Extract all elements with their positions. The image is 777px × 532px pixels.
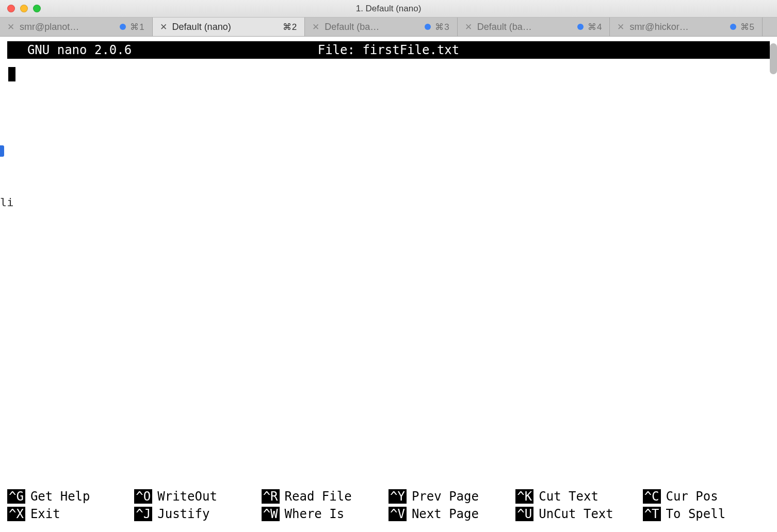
tab-label: smr@planot… (20, 22, 79, 32)
nano-shortcut-bar: ^GGet Help^OWriteOut^RRead File^YPrev Pa… (7, 488, 770, 523)
nano-shortcut-label: To Spell (666, 507, 726, 521)
tab-label: Default (nano) (172, 22, 231, 32)
nano-shortcut-key: ^C (643, 489, 661, 504)
tab-close-icon[interactable]: ✕ (312, 23, 319, 31)
app-window: 1. Default (nano) ✕smr@planot…⌘1✕Default… (0, 0, 777, 532)
tab-shortcut: ⌘4 (588, 22, 602, 32)
activity-indicator-icon (577, 24, 584, 30)
nano-shortcut: ^XExit (7, 505, 134, 523)
tab-2[interactable]: ✕Default (nano)⌘2 (153, 18, 305, 36)
window-minimize-button[interactable] (20, 5, 28, 12)
nano-shortcut: ^UUnCut Text (515, 505, 642, 523)
nano-shortcut-label: Cur Pos (666, 489, 718, 504)
nano-shortcut: ^TTo Spell (643, 505, 770, 523)
tab-shortcut: ⌘3 (435, 22, 449, 32)
background-selection-fragment (0, 145, 4, 157)
tab-4[interactable]: ✕Default (ba…⌘4 (458, 18, 610, 36)
nano-app-version: GNU nano 2.0.6 (12, 42, 132, 58)
tab-shortcut: ⌘5 (740, 22, 755, 32)
activity-indicator-icon (120, 24, 126, 30)
tab-1[interactable]: ✕smr@planot…⌘1 (0, 18, 153, 36)
nano-shortcut-label: Next Page (412, 507, 479, 521)
nano-header-bar: GNU nano 2.0.6 File: firstFile.txt (7, 41, 770, 59)
nano-shortcut-key: ^U (515, 507, 533, 521)
tab-5[interactable]: ✕smr@hickor…⌘5 (610, 18, 763, 36)
nano-shortcut: ^RRead File (262, 488, 388, 505)
nano-shortcut-key: ^O (134, 489, 152, 504)
nano-shortcut-key: ^V (388, 507, 407, 521)
nano-shortcut: ^JJustify (134, 505, 261, 523)
tab-label: Default (ba… (477, 22, 532, 32)
window-close-button[interactable] (7, 5, 15, 12)
window-maximize-button[interactable] (33, 5, 41, 12)
text-cursor (8, 67, 15, 81)
nano-shortcut-key: ^Y (388, 489, 407, 504)
nano-shortcut-label: Get Help (30, 489, 90, 504)
nano-shortcut: ^OWriteOut (134, 488, 261, 505)
nano-shortcut: ^YPrev Page (388, 488, 515, 505)
nano-shortcut-label: Cut Text (539, 489, 598, 504)
nano-shortcut-label: Where Is (285, 507, 345, 521)
tab-close-icon[interactable]: ✕ (7, 23, 14, 31)
tab-3[interactable]: ✕Default (ba…⌘3 (305, 18, 458, 36)
nano-shortcut-key: ^X (7, 507, 25, 521)
nano-shortcut: ^CCur Pos (643, 488, 770, 505)
tab-shortcut: ⌘2 (283, 22, 297, 32)
background-text-fragment-left: li (0, 196, 14, 209)
nano-shortcut-key: ^R (262, 489, 280, 504)
tab-shortcut: ⌘1 (130, 22, 144, 32)
nano-shortcut-label: Read File (285, 489, 352, 504)
nano-shortcut: ^VNext Page (388, 505, 515, 523)
nano-shortcut-label: Justify (157, 507, 209, 521)
scrollbar-thumb[interactable] (770, 43, 777, 74)
tab-label: smr@hickor… (629, 22, 688, 32)
tab-label: Default (ba… (325, 22, 379, 32)
nano-shortcut-label: UnCut Text (539, 507, 613, 521)
nano-shortcut-key: ^W (262, 507, 280, 521)
activity-indicator-icon (425, 24, 431, 30)
nano-editor-body[interactable] (7, 59, 770, 487)
nano-shortcut-label: Prev Page (412, 489, 479, 504)
tab-close-icon[interactable]: ✕ (617, 23, 624, 31)
nano-shortcut-key: ^G (7, 489, 25, 504)
background-text-fragment: Keep your copy of the lecture notes and … (3, 521, 777, 532)
nano-shortcut-label: WriteOut (157, 489, 217, 504)
traffic-lights (0, 5, 41, 12)
tab-close-icon[interactable]: ✕ (465, 23, 472, 31)
tab-close-icon[interactable]: ✕ (160, 23, 167, 31)
nano-shortcut: ^GGet Help (7, 488, 134, 505)
tab-bar: ✕smr@planot…⌘1✕Default (nano)⌘2✕Default … (0, 18, 777, 37)
nano-shortcut: ^WWhere Is (262, 505, 388, 523)
nano-shortcut-key: ^K (515, 489, 533, 504)
nano-shortcut-key: ^J (134, 507, 152, 521)
window-title: 1. Default (nano) (0, 4, 777, 14)
nano-shortcut-key: ^T (643, 507, 661, 521)
titlebar: 1. Default (nano) (0, 0, 777, 18)
terminal-viewport[interactable]: GNU nano 2.0.6 File: firstFile.txt (7, 41, 770, 523)
nano-shortcut: ^KCut Text (515, 488, 642, 505)
tabbar-gutter (763, 18, 777, 36)
nano-shortcut-label: Exit (30, 507, 60, 521)
activity-indicator-icon (730, 24, 736, 30)
